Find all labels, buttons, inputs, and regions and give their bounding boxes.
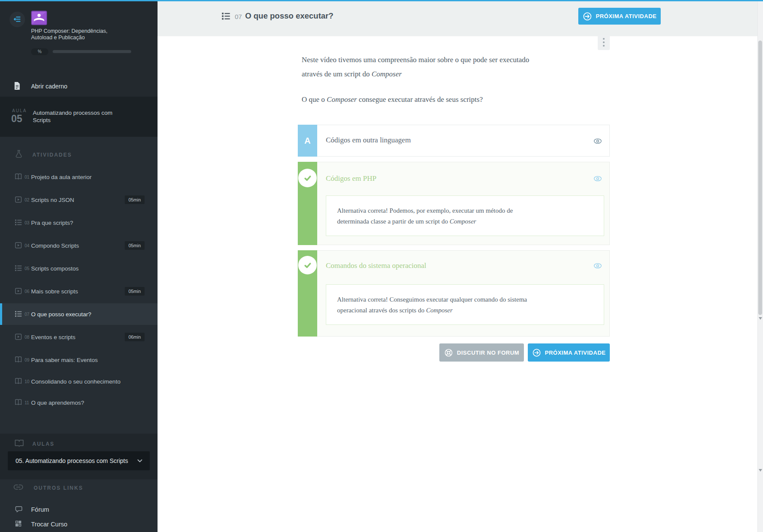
video-icon — [14, 287, 22, 295]
lesson-title: Automatizando processos com Scripts — [33, 109, 126, 124]
activity-label: Projeto da aula anterior — [31, 174, 91, 180]
grid-icon — [15, 520, 22, 527]
other-links-section: OUTROS LINKS Fórum Trocar Curso — [0, 479, 158, 532]
sidebar-activity-06[interactable]: 06 Mais sobre scripts 05min — [0, 286, 158, 297]
option-label: Códigos em outra linguagem — [326, 136, 411, 145]
notebook-document-icon — [13, 81, 21, 91]
kebab-dot — [603, 41, 605, 43]
next-activity-label: PRÓXIMA ATIVIDADE — [545, 349, 606, 356]
lesson-kicker: AULA — [12, 108, 27, 113]
activities-header: ATIVIDADES — [32, 152, 72, 158]
answer-option-a[interactable]: A Códigos em outra linguagem — [298, 125, 610, 157]
sidebar-activity-08[interactable]: 08 Eventos e scripts 06min — [0, 332, 158, 343]
correct-option-stripe — [298, 250, 317, 337]
course-sidebar: PHP Composer: Dependências, Autoload e P… — [0, 1, 158, 532]
activity-number: 11 — [25, 400, 29, 405]
activity-header: 07 O que posso executar? PRÓXIMA ATIVIDA… — [158, 1, 763, 36]
option-letter-badge: A — [298, 125, 317, 157]
aulas-section: AULAS 05. Automatizando processos com Sc… — [0, 434, 158, 479]
sidebar-activity-11[interactable]: 11 O que aprendemos? — [0, 398, 158, 408]
check-circle-icon — [298, 169, 317, 187]
list-icon — [14, 218, 22, 227]
eye-icon[interactable] — [593, 174, 602, 183]
sidebar-activity-03[interactable]: 03 Pra que scripts? — [0, 218, 158, 228]
video-icon — [14, 333, 22, 341]
correct-option-stripe — [298, 162, 317, 245]
eye-icon[interactable] — [593, 136, 602, 146]
forum-button-label: DISCUTIR NO FORUM — [457, 349, 519, 356]
answer-option-correct-php[interactable]: Códigos em PHP Alternativa correta! Pode… — [298, 162, 610, 245]
book-icon — [14, 398, 22, 406]
book-icon — [14, 377, 22, 385]
forum-label: Fórum — [31, 506, 49, 513]
explanation-box: Alternativa correta! Conseguimos executa… — [326, 284, 604, 325]
link-icon — [13, 482, 24, 493]
sidebar-activity-04[interactable]: 04 Compondo Scripts 05min — [0, 241, 158, 251]
book-icon — [14, 173, 22, 181]
activity-label: Pra que scripts? — [31, 220, 73, 226]
scroll-down-arrow[interactable] — [759, 317, 762, 320]
list-icon — [14, 264, 22, 272]
option-label: Comandos do sistema operacional — [326, 261, 426, 270]
activity-number: 05 — [25, 266, 29, 271]
activity-label: O que posso executar? — [31, 311, 91, 318]
book-icon — [14, 356, 22, 364]
sidebar-activity-01[interactable]: 01 Projeto da aula anterior — [0, 172, 158, 183]
eye-icon[interactable] — [593, 261, 602, 271]
composer-italic: Composer — [426, 307, 453, 314]
activity-number: 01 — [25, 175, 29, 179]
kebab-dot — [603, 38, 605, 40]
page-title: O que posso executar? — [245, 11, 334, 21]
discuss-forum-button[interactable]: DISCUTIR NO FORUM — [439, 343, 524, 362]
chevron-down-icon — [136, 457, 144, 465]
open-notebook-link[interactable]: Abrir caderno — [0, 77, 158, 96]
check-circle-icon — [298, 256, 317, 274]
sidebar-activity-10[interactable]: 10 Consolidando o seu conhecimento — [0, 377, 158, 387]
activity-number: 02 — [25, 198, 29, 202]
speech-bubble-icon — [15, 505, 23, 513]
composer-italic: Composer — [372, 70, 402, 78]
composer-italic: Composer — [327, 95, 357, 104]
explanation-text: Alternativa correta! Conseguimos executa… — [337, 294, 527, 316]
lifebuoy-forum-icon — [444, 348, 453, 357]
next-activity-label: PRÓXIMA ATIVIDADE — [596, 13, 657, 19]
activity-label: Consolidando o seu conhecimento — [31, 378, 120, 385]
activities-section: ATIVIDADES 01 Projeto da aula anterior 0… — [0, 137, 158, 434]
sidebar-course-header: PHP Composer: Dependências, Autoload e P… — [0, 1, 158, 97]
answer-option-correct-os[interactable]: Comandos do sistema operacional Alternat… — [298, 250, 610, 337]
lesson-select-value: 05. Automatizando processos com Scripts — [16, 451, 128, 470]
list-icon — [221, 11, 231, 21]
arrow-right-circle-icon — [532, 348, 541, 357]
aulas-header: AULAS — [32, 441, 54, 447]
activity-number: 08 — [25, 335, 29, 340]
more-options-button[interactable] — [598, 35, 610, 50]
scrollbar-thumb[interactable] — [758, 41, 762, 315]
explanation-text: Alternativa correta! Podemos, por exempl… — [337, 205, 513, 227]
links-header: OUTROS LINKS — [34, 485, 83, 491]
activity-label: Scripts no JSON — [31, 197, 74, 203]
sidebar-activity-07-active[interactable]: 07 O que posso executar? — [0, 309, 158, 320]
collapse-sidebar-button[interactable] — [9, 12, 25, 27]
course-activity-page: PHP Composer: Dependências, Autoload e P… — [0, 0, 763, 532]
open-book-icon — [14, 438, 24, 448]
next-activity-button-bottom[interactable]: PRÓXIMA ATIVIDADE — [528, 343, 610, 362]
flask-icon — [14, 149, 23, 159]
scroll-down-arrow[interactable] — [759, 469, 762, 472]
duration-badge: 05min — [125, 287, 145, 296]
activity-label: O que aprendemos? — [31, 400, 84, 406]
duration-badge: 05min — [125, 241, 145, 250]
lesson-select-dropdown[interactable]: 05. Automatizando processos com Scripts — [8, 451, 150, 470]
sidebar-activity-09[interactable]: 09 Para saber mais: Eventos — [0, 355, 158, 365]
change-course-link[interactable]: Trocar Curso — [0, 519, 158, 530]
lesson-number: 05 — [11, 113, 22, 125]
composer-italic: Composer — [450, 218, 476, 225]
activity-number: 09 — [25, 358, 29, 362]
sidebar-activity-05[interactable]: 05 Scripts compostos — [0, 264, 158, 274]
forum-link[interactable]: Fórum — [0, 504, 158, 516]
list-icon — [14, 310, 22, 318]
question-paragraph: Neste vídeo tivemos uma compreensão maio… — [302, 53, 581, 81]
sidebar-activity-02[interactable]: 02 Scripts no JSON 05min — [0, 195, 158, 205]
top-accent-bar — [0, 0, 763, 1]
activity-label: Para saber mais: Eventos — [31, 357, 98, 363]
next-activity-button-top[interactable]: PRÓXIMA ATIVIDADE — [578, 8, 661, 25]
